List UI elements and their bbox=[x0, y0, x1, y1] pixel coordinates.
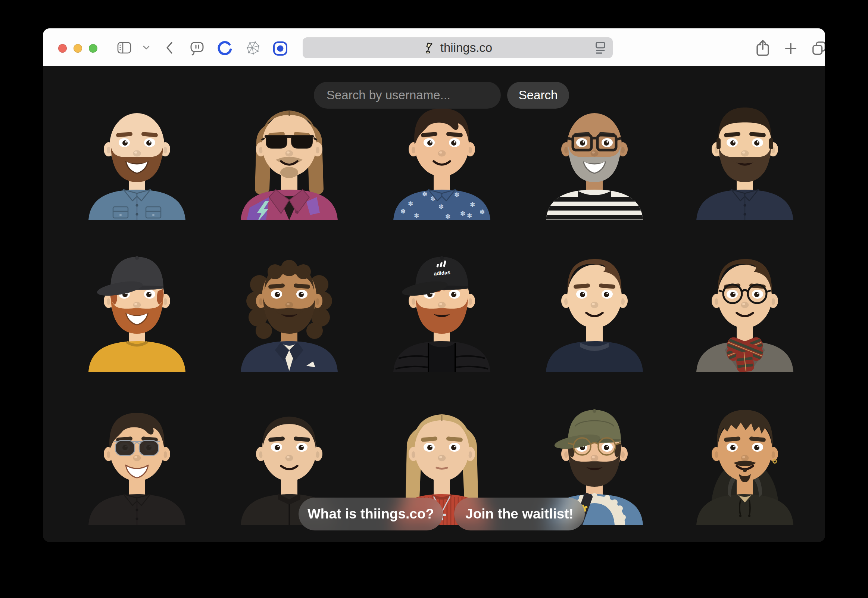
back-button[interactable] bbox=[164, 41, 174, 55]
screenshot-stage: thiings.co bbox=[0, 0, 868, 598]
sidebar-icon bbox=[117, 42, 132, 54]
avatar-illustration bbox=[538, 101, 650, 220]
svg-text:✽: ✽ bbox=[438, 203, 444, 211]
minimize-window-button[interactable] bbox=[73, 44, 82, 52]
extension-button-2[interactable] bbox=[217, 40, 233, 57]
extension-button-4[interactable] bbox=[272, 40, 288, 57]
avatar-illustration bbox=[689, 252, 801, 372]
mastodon-extension-icon bbox=[189, 41, 206, 56]
avatar-aviator-black-shirt[interactable] bbox=[81, 405, 193, 525]
toolbar-divider bbox=[137, 43, 137, 53]
safari-window: thiings.co bbox=[43, 28, 825, 542]
join-waitlist-button[interactable]: Join the waitlist! bbox=[454, 498, 585, 531]
avatar-longhair-sunglasses[interactable] bbox=[233, 101, 345, 220]
svg-text:✽: ✽ bbox=[414, 212, 419, 220]
what-is-thiings-button[interactable]: What is thiings.co? bbox=[298, 498, 443, 531]
avatar-illustration bbox=[233, 101, 345, 220]
avatar-flattop-navy[interactable] bbox=[689, 101, 801, 220]
extension-button-3[interactable] bbox=[245, 40, 261, 57]
svg-text:✽: ✽ bbox=[422, 191, 427, 198]
share-icon bbox=[755, 40, 771, 57]
tab-overview-icon bbox=[811, 41, 825, 55]
svg-text:✽: ✽ bbox=[460, 210, 465, 217]
back-icon bbox=[164, 41, 174, 55]
svg-text:✽: ✽ bbox=[400, 208, 406, 215]
url-text: thiings.co bbox=[440, 41, 492, 55]
avatar-messy-hoodie[interactable] bbox=[689, 405, 801, 525]
chevron-down-icon bbox=[142, 45, 151, 51]
svg-text:✽: ✽ bbox=[470, 201, 475, 208]
window-controls bbox=[58, 44, 97, 52]
search-input[interactable] bbox=[314, 82, 501, 109]
record-dot-extension-icon bbox=[272, 40, 288, 57]
avatar-illustration bbox=[689, 101, 801, 220]
avatar-illustration: ✽✽✽✽✽✽✽✽✽✽✽✽ bbox=[386, 101, 498, 220]
sidebar-chevron-button[interactable] bbox=[142, 45, 151, 51]
avatar-adidas-cap-puffer[interactable]: adidas bbox=[386, 252, 498, 372]
extension-button-1[interactable] bbox=[189, 41, 206, 56]
sidebar-toggle-button[interactable] bbox=[117, 42, 132, 54]
address-bar[interactable]: thiings.co bbox=[303, 37, 613, 58]
avatar-curly-blazer[interactable] bbox=[233, 252, 345, 372]
share-button[interactable] bbox=[755, 40, 771, 57]
avatar-illustration bbox=[233, 252, 345, 372]
avatar-wavy-floral[interactable]: ✽✽✽✽✽✽✽✽✽✽✽✽ bbox=[386, 101, 498, 220]
reader-mode-button[interactable] bbox=[594, 40, 607, 57]
avatar-cap-yellow-tee[interactable] bbox=[81, 252, 193, 372]
svg-text:✽: ✽ bbox=[408, 200, 413, 208]
avatar-illustration bbox=[81, 252, 193, 372]
avatar-grid: ✽✽✽✽✽✽✽✽✽✽✽✽ adidas bbox=[43, 66, 825, 542]
avatar-illustration: adidas bbox=[386, 252, 498, 372]
avatar-gray-beard-stripes[interactable] bbox=[538, 101, 650, 220]
page-content: ✽✽✽✽✽✽✽✽✽✽✽✽ adidas bbox=[43, 66, 825, 542]
new-tab-plus-icon bbox=[784, 42, 798, 55]
avatar-swoosh-crew[interactable] bbox=[538, 252, 650, 372]
avatar-illustration bbox=[538, 252, 650, 372]
avatar-bald-beard-denim[interactable] bbox=[81, 101, 193, 220]
graph-mesh-extension-icon bbox=[245, 40, 261, 57]
browser-toolbar: thiings.co bbox=[43, 28, 825, 66]
svg-text:✽: ✽ bbox=[445, 213, 450, 220]
svg-text:✽: ✽ bbox=[467, 212, 472, 220]
search-button[interactable]: Search bbox=[507, 82, 569, 109]
tab-overview-button[interactable] bbox=[811, 41, 825, 55]
avatar-illustration bbox=[689, 405, 801, 525]
avatar-illustration bbox=[81, 405, 193, 525]
svg-text:✽: ✽ bbox=[480, 209, 485, 216]
reader-mode-icon bbox=[594, 40, 607, 55]
arc-spinner-extension-icon bbox=[217, 40, 233, 57]
avatar-illustration bbox=[81, 101, 193, 220]
site-lamp-favicon bbox=[423, 42, 436, 54]
avatar-round-glasses-scarf[interactable] bbox=[689, 252, 801, 372]
new-tab-button[interactable] bbox=[784, 42, 798, 55]
svg-text:✽: ✽ bbox=[454, 191, 459, 199]
close-window-button[interactable] bbox=[58, 44, 67, 52]
zoom-window-button[interactable] bbox=[89, 44, 97, 52]
